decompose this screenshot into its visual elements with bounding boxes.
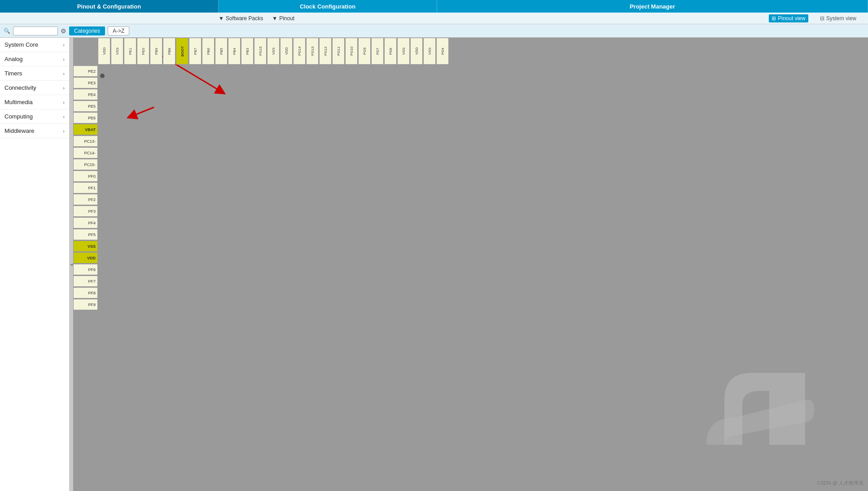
pin-left-vbat[interactable]: VBAT [73, 124, 98, 135]
pin-top-pb8[interactable]: PB8 [163, 38, 175, 65]
search-input[interactable] [15, 28, 51, 34]
pin-left-pf6[interactable]: PF6 [73, 264, 98, 275]
pin-top-pg15[interactable]: PG15 [254, 38, 267, 65]
chevron-right-icon: › [63, 85, 65, 91]
tab-project-manager[interactable]: Project Manager [437, 0, 868, 13]
chevron-right-icon: › [63, 57, 65, 62]
pin-top-pg10[interactable]: PG10 [345, 38, 358, 65]
pin-left-pc14[interactable]: PC14- [73, 147, 98, 158]
categories-tab[interactable]: Categories [69, 26, 105, 35]
pin-top-pb7[interactable]: PB7 [189, 38, 202, 65]
sidebar-item-system-core[interactable]: System Core › [0, 38, 69, 52]
sidebar-item-label: Analog [4, 56, 22, 62]
pin-top-pe0[interactable]: PE0 [137, 38, 149, 65]
pinout-view-icon: ⊞ [772, 15, 776, 22]
sidebar-item-analog[interactable]: Analog › [0, 52, 69, 66]
main-content: VDDVSSPE1PE0PB9PB8BOOTPB7PB6PB5PB4PB3PG1… [73, 38, 868, 491]
top-header: Pinout & Configuration Clock Configurati… [0, 0, 868, 13]
pin-top-pb3[interactable]: PB3 [241, 38, 254, 65]
pin-left-pf4[interactable]: PF4 [73, 217, 98, 228]
pin-top-vss[interactable]: VSS [397, 38, 410, 65]
pinout-view-button[interactable]: ⊞ Pinout view [769, 14, 808, 22]
pin-top-pb9[interactable]: PB9 [150, 38, 162, 65]
chevron-right-icon: › [63, 42, 65, 48]
pin-top-vss[interactable]: VSS [111, 38, 123, 65]
pin-left-vss[interactable]: VSS [73, 241, 98, 252]
pin-left-vdd[interactable]: VDD [73, 252, 98, 263]
pin-left-pe2[interactable]: PE2 [73, 66, 98, 77]
third-header: 🔍 ⚙ Categories A->Z [0, 24, 868, 38]
sidebar-item-timers[interactable]: Timers › [0, 66, 69, 81]
software-packs-dropdown[interactable]: ▼ Software Packs [219, 15, 263, 22]
pinout-label: Pinout [279, 15, 294, 22]
sidebar-item-middleware[interactable]: Middleware › [0, 124, 69, 138]
watermark: CSDN @ 人才程序员 [817, 480, 864, 487]
pin-top-pe1[interactable]: PE1 [124, 38, 136, 65]
pin-left-pf7[interactable]: PF7 [73, 276, 98, 287]
sidebar: System Core › Analog › Timers › Connecti… [0, 38, 70, 491]
pinout-dropdown[interactable]: ▼ Pinout [272, 15, 294, 22]
pin-top-vss[interactable]: VSS [267, 38, 280, 65]
pin-left-pf5[interactable]: PF5 [73, 229, 98, 240]
search-icon: 🔍 [4, 28, 10, 34]
pin-left-pc13[interactable]: PC13- [73, 136, 98, 147]
pin-top-pg12[interactable]: PG12 [319, 38, 332, 65]
left-pins-column: PE2PE3PE4PE5PE6VBATPC13-PC14-PC15-PF0PF1… [73, 66, 98, 311]
pin-top-pg14[interactable]: PG14 [293, 38, 306, 65]
chevron-down-icon: ▼ [272, 15, 277, 22]
software-packs-label: Software Packs [226, 15, 263, 22]
pin-top-pd7[interactable]: PD7 [371, 38, 384, 65]
sidebar-item-connectivity[interactable]: Connectivity › [0, 81, 69, 95]
corner-dot [100, 74, 105, 78]
pin-left-pe3[interactable]: PE3 [73, 77, 98, 88]
st-logo [697, 364, 832, 455]
main-layout: System Core › Analog › Timers › Connecti… [0, 38, 868, 491]
view-section: ⊞ Pinout view ⊟ System view [769, 14, 868, 22]
pin-left-pf0[interactable]: PF0 [73, 171, 98, 182]
pin-top-pg13[interactable]: PG13 [306, 38, 319, 65]
chevron-right-icon: › [63, 71, 65, 76]
pin-top-pd4[interactable]: PD4 [436, 38, 449, 65]
pin-top-pb6[interactable]: PB6 [202, 38, 215, 65]
system-view-icon: ⊟ [820, 15, 824, 22]
svg-line-3 [132, 107, 154, 116]
sidebar-item-label: Connectivity [4, 84, 36, 91]
pin-top-vdd[interactable]: VDD [410, 38, 423, 65]
az-tab[interactable]: A->Z [108, 26, 129, 35]
chevron-right-icon: › [63, 100, 65, 105]
pin-left-pe5[interactable]: PE5 [73, 101, 98, 112]
pin-top-pb4[interactable]: PB4 [228, 38, 241, 65]
pin-left-pe6[interactable]: PE6 [73, 112, 98, 123]
pin-left-pe4[interactable]: PE4 [73, 89, 98, 100]
pinout-view-label: Pinout view [778, 15, 805, 22]
gear-icon[interactable]: ⚙ [61, 27, 66, 35]
sidebar-item-label: Computing [4, 113, 33, 120]
sidebar-item-computing[interactable]: Computing › [0, 110, 69, 124]
pin-left-pc15[interactable]: PC15- [73, 159, 98, 170]
pin-left-pf3[interactable]: PF3 [73, 206, 98, 217]
sidebar-item-multimedia[interactable]: Multimedia › [0, 95, 69, 110]
resize-handle[interactable] [70, 38, 73, 491]
search-box[interactable] [13, 26, 58, 35]
pin-left-pf2[interactable]: PF2 [73, 194, 98, 205]
top-pins-row: VDDVSSPE1PE0PB9PB8BOOTPB7PB6PB5PB4PB3PG1… [98, 38, 449, 65]
pin-left-pf1[interactable]: PF1 [73, 182, 98, 193]
pin-top-pb5[interactable]: PB5 [215, 38, 228, 65]
tab-clock-config[interactable]: Clock Configuration [219, 0, 437, 13]
pin-top-pg9[interactable]: PG9 [358, 38, 371, 65]
pin-top-vdd[interactable]: VDD [280, 38, 293, 65]
pin-top-vss[interactable]: VSS [423, 38, 436, 65]
chevron-right-icon: › [63, 114, 65, 119]
sidebar-item-label: Timers [4, 70, 22, 77]
pin-left-pf8[interactable]: PF8 [73, 287, 98, 298]
system-view-label: System view [826, 15, 856, 22]
system-view-button[interactable]: ⊟ System view [817, 14, 859, 22]
pin-top-pg11[interactable]: PG11 [332, 38, 345, 65]
pin-top-boot[interactable]: BOOT [176, 38, 189, 65]
second-header: ▼ Software Packs ▼ Pinout ⊞ Pinout view … [0, 13, 868, 24]
pin-left-pf9[interactable]: PF9 [73, 299, 98, 310]
pin-top-pd6[interactable]: PD6 [384, 38, 397, 65]
pin-top-vdd[interactable]: VDD [98, 38, 110, 65]
tab-pinout-config[interactable]: Pinout & Configuration [0, 0, 219, 13]
sidebar-item-label: Multimedia [4, 99, 33, 105]
